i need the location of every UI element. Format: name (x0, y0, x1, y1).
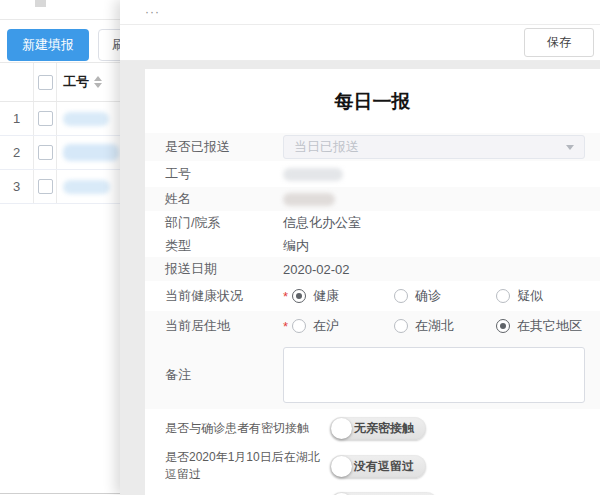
reported-select-value: 当日已报送 (294, 138, 359, 156)
sort-carets-icon[interactable] (94, 76, 102, 88)
field-label: 报送日期 (145, 260, 283, 278)
redacted-employee-id (63, 180, 110, 194)
report-date-value: 2020-02-02 (283, 262, 350, 277)
radio-label: 在沪 (313, 317, 339, 335)
radio-option-suspected[interactable]: 疑似 (496, 287, 598, 305)
background-partial-element (35, 0, 46, 7)
overflow-dots: ··· (145, 5, 160, 19)
new-report-button[interactable]: 新建填报 (7, 29, 89, 61)
radio-option-confirmed[interactable]: 确诊 (394, 287, 496, 305)
row-checkbox[interactable] (38, 111, 53, 126)
hubei-stay-toggle[interactable]: 没有逗留过 (330, 455, 426, 478)
row-index: 2 (0, 136, 34, 169)
radio-option-other-area[interactable]: 在其它地区 (496, 317, 598, 335)
radio-option-shanghai[interactable]: 在沪 (292, 317, 394, 335)
dialog-title: 每日一报 (145, 89, 600, 115)
required-mark: * (283, 319, 288, 334)
radio-label: 在湖北 (415, 317, 454, 335)
toggle-state-label: 无亲密接触 (354, 420, 414, 437)
drawer-backdrop: 每日一报 是否已报送 当日已报送 工号 (120, 61, 600, 495)
field-label: 备注 (145, 366, 283, 384)
radio-label: 确诊 (415, 287, 441, 305)
remark-textarea[interactable] (283, 347, 585, 403)
radio-icon (496, 289, 510, 303)
bottom-border (0, 493, 120, 494)
redacted-value (283, 168, 343, 181)
form-row-department: 部门/院系 信息化办公室 (145, 211, 600, 235)
toggle-knob (331, 456, 352, 477)
screen: 新建填报 刷新 工号 1 (0, 0, 600, 495)
radio-icon (394, 289, 408, 303)
radio-label: 疑似 (517, 287, 543, 305)
field-label: 当前居住地 (145, 317, 283, 335)
toggle-section: 是否与确诊患者有密切接触 无亲密接触 是否2020年1月10日后在湖北逗留过 没… (145, 417, 600, 495)
field-label: 当前健康状况 (145, 287, 283, 305)
form-row-report-date: 报送日期 2020-02-02 (145, 257, 600, 281)
index-column-header (0, 63, 34, 101)
required-mark: * (283, 289, 288, 304)
row-index: 3 (0, 170, 34, 203)
reported-select[interactable]: 当日已报送 (283, 135, 585, 159)
form-row-remark: 备注 (145, 341, 600, 409)
form-row-health-status: 当前健康状况 * 健康 确诊 (145, 281, 600, 311)
radio-option-hubei[interactable]: 在湖北 (394, 317, 496, 335)
toggle-row-close-contact: 是否与确诊患者有密切接触 无亲密接触 (145, 417, 600, 440)
chevron-down-icon (566, 145, 574, 150)
radio-option-healthy[interactable]: 健康 (292, 287, 394, 305)
redacted-employee-id (63, 144, 119, 161)
close-contact-toggle[interactable]: 无亲密接触 (330, 417, 426, 440)
save-button[interactable]: 保存 (524, 28, 594, 57)
id-column-label: 工号 (63, 73, 89, 91)
field-label: 工号 (145, 165, 283, 183)
field-label: 是否已报送 (145, 138, 283, 156)
select-all-checkbox[interactable] (38, 75, 53, 90)
select-all-cell (34, 63, 57, 101)
field-label: 类型 (145, 237, 283, 255)
radio-icon (496, 319, 510, 333)
daily-report-form: 是否已报送 当日已报送 工号 姓名 (145, 133, 600, 495)
row-checkbox[interactable] (38, 145, 53, 160)
radio-icon (292, 289, 306, 303)
field-label: 部门/院系 (145, 214, 283, 232)
toggle-question-label: 是否2020年1月10日后在湖北逗留过 (145, 449, 325, 483)
redacted-value (283, 193, 335, 206)
type-value: 编内 (283, 237, 309, 255)
form-row-reported: 是否已报送 当日已报送 (145, 133, 600, 161)
row-checkbox[interactable] (38, 179, 53, 194)
drawer-header: ··· (120, 0, 600, 25)
form-row-name: 姓名 (145, 187, 600, 211)
form-row-residence: 当前居住地 * 在沪 在湖北 (145, 311, 600, 341)
toggle-knob (331, 418, 352, 439)
radio-icon (394, 319, 408, 333)
redacted-employee-id (63, 112, 109, 126)
drawer-toolbar: 保存 (120, 25, 600, 61)
department-value: 信息化办公室 (283, 214, 361, 232)
toggle-state-label: 没有逗留过 (354, 458, 414, 475)
toggle-question-label: 是否与确诊患者有密切接触 (145, 420, 325, 437)
form-row-employee-id: 工号 (145, 161, 600, 187)
radio-label: 健康 (313, 287, 339, 305)
daily-report-dialog: 每日一报 是否已报送 当日已报送 工号 (145, 69, 600, 495)
report-drawer: ··· 保存 每日一报 是否已报送 当日已报送 (120, 0, 600, 495)
radio-icon (292, 319, 306, 333)
toggle-row-hubei-stay: 是否2020年1月10日后在湖北逗留过 没有逗留过 (145, 449, 600, 483)
form-row-type: 类型 编内 (145, 235, 600, 257)
field-label: 姓名 (145, 190, 283, 208)
radio-label: 在其它地区 (517, 317, 582, 335)
row-index: 1 (0, 102, 34, 135)
